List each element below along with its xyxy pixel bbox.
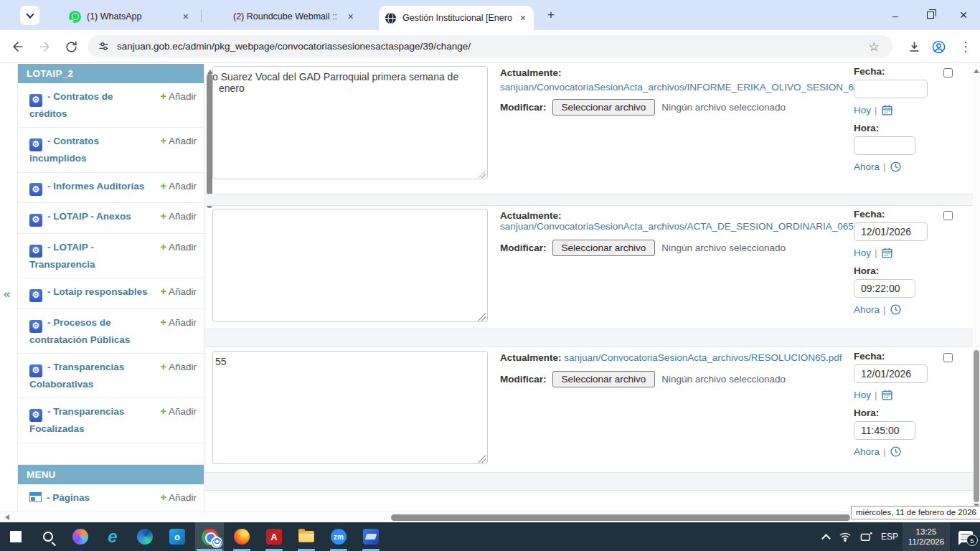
textarea-resize-grip[interactable] <box>478 313 486 321</box>
add-link[interactable]: +Añadir <box>160 134 197 146</box>
taskbar-zoom-button[interactable]: zm <box>324 522 353 551</box>
description-textarea[interactable]: 55 <box>212 351 488 464</box>
tray-wifi-button[interactable] <box>835 522 855 551</box>
sidebar-item-transparencias-colaborativas[interactable]: ⚙- Transparencias Colaborativas +Añadir <box>18 354 204 398</box>
taskbar-ie-button[interactable]: e <box>98 522 127 551</box>
tray-hidden-icons-button[interactable] <box>816 522 835 551</box>
sidebar-item-procesos-contratacion[interactable]: ⚙- Procesos de contratación Públicas +Añ… <box>18 309 204 354</box>
hora-input[interactable] <box>854 421 915 440</box>
add-link[interactable]: +Añadir <box>160 405 197 417</box>
sidebar-item-paginas[interactable]: - Páginas +Añadir <box>18 484 204 513</box>
scroll-left-arrow[interactable] <box>2 514 9 520</box>
sidebar-item-lotaip-transparencia[interactable]: ⚙- LOTAIP - Transparencia +Añadir <box>18 234 204 278</box>
fecha-input[interactable] <box>854 222 928 241</box>
calendar-icon[interactable] <box>881 247 893 259</box>
current-file-link[interactable]: sanjuan/ConvocatoriaSesionActa_archivos/… <box>564 352 842 363</box>
add-link[interactable]: +Añadir <box>160 491 197 503</box>
horizontal-scrollbar-thumb[interactable] <box>391 514 850 521</box>
sidebar-item-lotaip-responsables[interactable]: ⚙- Lotaip responsables +Añadir <box>18 278 204 309</box>
tab-whatsapp[interactable]: (1) WhatsApp × <box>63 6 197 27</box>
sidebar-item-contratos-creditos[interactable]: ⚙- Contratos de créditos +Añadir <box>18 83 204 128</box>
add-link[interactable]: +Añadir <box>160 360 197 372</box>
tray-clock[interactable]: 13:25 11/2/2026 <box>903 522 950 551</box>
sidebar-scrollbar-thumb[interactable] <box>207 74 212 208</box>
sidebar-item-transparencias-focalizadas[interactable]: ⚙- Transparencias Focalizadas +Añadir <box>18 398 204 443</box>
tab-gestion-institucional[interactable]: Gestión Institucional [Enero-20 × <box>379 6 534 30</box>
file-select-button[interactable]: Seleccionar archivo <box>552 240 656 256</box>
description-textarea[interactable] <box>212 209 488 322</box>
taskbar-scanner-button[interactable] <box>357 522 385 551</box>
minimize-button[interactable]: – <box>879 0 912 30</box>
file-select-button[interactable]: Seleccionar archivo <box>552 99 656 116</box>
tab-search-button[interactable] <box>20 6 39 25</box>
vertical-scrollbar-thumb[interactable] <box>974 350 979 502</box>
site-settings-icon[interactable] <box>98 40 110 52</box>
row-checkbox[interactable] <box>943 211 953 220</box>
close-window-button[interactable]: × <box>947 0 980 30</box>
current-file-link[interactable]: sanjuan/ConvocatoriaSesionActa_archivos/… <box>500 221 870 232</box>
new-tab-button[interactable]: + <box>544 8 558 22</box>
clock-icon[interactable] <box>890 446 902 458</box>
taskbar-edge-button[interactable] <box>131 522 159 551</box>
sidebar-item-contratos-incumplidos[interactable]: ⚙- Contratos incumplidos +Añadir <box>18 128 204 172</box>
taskbar-copilot-button[interactable] <box>66 522 95 551</box>
tray-capture-button[interactable] <box>855 522 877 551</box>
ahora-link[interactable]: Ahora <box>854 304 880 315</box>
hora-input[interactable] <box>854 136 915 155</box>
bookmark-star-icon[interactable]: ☆ <box>865 38 882 55</box>
taskbar-explorer-button[interactable] <box>292 522 321 551</box>
horizontal-scrollbar[interactable] <box>0 512 973 522</box>
reload-button[interactable] <box>62 38 80 55</box>
close-tab-icon[interactable]: × <box>518 12 528 24</box>
tab-roundcube[interactable]: (2) Roundcube Webmail :: Entra × <box>209 6 362 27</box>
calendar-icon[interactable] <box>881 104 893 116</box>
hoy-link[interactable]: Hoy <box>854 105 871 116</box>
row-checkbox[interactable] <box>943 68 953 77</box>
hora-input[interactable] <box>854 279 915 298</box>
file-select-button[interactable]: Seleccionar archivo <box>552 371 656 387</box>
row-checkbox[interactable] <box>943 353 953 362</box>
current-file-link[interactable]: sanjuan/ConvocatoriaSesionActa_archivos/… <box>500 82 875 93</box>
fecha-input[interactable] <box>854 80 928 98</box>
fecha-input[interactable] <box>854 364 928 383</box>
add-link[interactable]: +Añadir <box>160 285 197 297</box>
browser-menu-icon[interactable]: ⋮ <box>957 38 974 55</box>
sidebar-item-lotaip-anexos[interactable]: ⚙- LOTAIP - Anexos +Añadir <box>18 203 204 234</box>
add-link[interactable]: +Añadir <box>160 90 197 102</box>
add-link[interactable]: +Añadir <box>160 179 197 192</box>
textarea-resize-grip[interactable] <box>478 170 486 178</box>
forward-button[interactable] <box>36 38 53 55</box>
clock-icon[interactable] <box>890 161 902 173</box>
tray-notifications-button[interactable]: 5 <box>951 522 980 551</box>
hoy-link[interactable]: Hoy <box>854 248 871 258</box>
hoy-link[interactable]: Hoy <box>854 390 871 400</box>
vertical-scrollbar[interactable] <box>973 63 980 512</box>
textarea-resize-grip[interactable] <box>478 455 486 463</box>
taskbar-acrobat-button[interactable]: A <box>260 522 288 551</box>
ahora-link[interactable]: Ahora <box>854 161 880 172</box>
scroll-up-arrow[interactable] <box>974 66 979 73</box>
sidebar-item-informes-auditorias[interactable]: ⚙- Informes Auditorías +Añadir <box>18 173 204 204</box>
profile-avatar-icon[interactable] <box>930 38 947 55</box>
back-button[interactable] <box>9 38 27 55</box>
clock-icon[interactable] <box>890 303 902 316</box>
calendar-icon[interactable] <box>881 389 893 401</box>
taskbar-firefox-button[interactable] <box>227 522 256 551</box>
taskbar-search-button[interactable] <box>34 522 62 551</box>
restore-button[interactable] <box>914 0 947 30</box>
address-bar[interactable]: sanjuan.gob.ec/admin/pkg_webpage/convoca… <box>88 35 892 57</box>
add-link[interactable]: +Añadir <box>160 316 197 328</box>
add-link[interactable]: +Añadir <box>160 209 197 222</box>
url-text[interactable]: sanjuan.gob.ec/admin/pkg_webpage/convoca… <box>117 41 471 52</box>
close-tab-icon[interactable]: × <box>181 11 191 22</box>
tray-language-button[interactable]: ESP <box>877 522 903 551</box>
description-textarea[interactable]: o Suarez Vocal del GAD Parroquial primer… <box>212 66 488 179</box>
sidebar-collapse-toggle[interactable]: « <box>4 287 10 301</box>
add-link[interactable]: +Añadir <box>160 240 197 253</box>
start-button[interactable] <box>1 522 30 551</box>
taskbar-chrome-button[interactable] <box>195 522 224 551</box>
taskbar-outlook-button[interactable]: o <box>163 522 192 551</box>
ahora-link[interactable]: Ahora <box>854 446 880 457</box>
downloads-icon[interactable] <box>905 38 923 55</box>
close-tab-icon[interactable]: × <box>346 11 356 22</box>
